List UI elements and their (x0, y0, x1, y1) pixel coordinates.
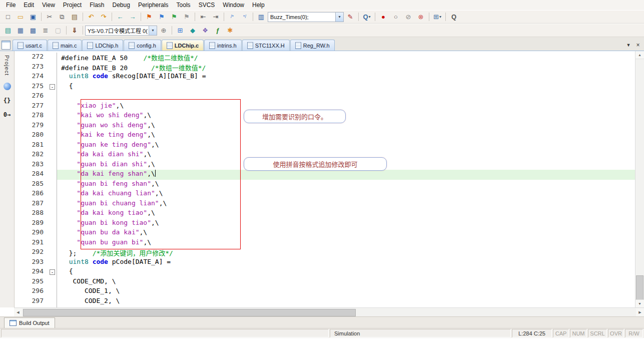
search-text-combo[interactable]: Buzz_Times(0);▾ (268, 12, 344, 22)
uncomment-button[interactable]: */ (239, 12, 251, 22)
find-magnifier-button[interactable]: Q▾ (361, 12, 373, 22)
code-text[interactable] (57, 92, 635, 102)
code-text[interactable]: "kai ke ting deng",\ (57, 131, 635, 141)
editor-panel-icon[interactable] (2, 41, 11, 50)
menu-svcs[interactable]: SVCS (195, 1, 219, 10)
horizontal-scrollbar[interactable]: ◀ ▶ (14, 307, 644, 316)
code-line-291[interactable]: 291 "quan bu guan bi",\ (15, 238, 635, 248)
project-pane-label[interactable]: Project (4, 55, 10, 76)
code-text[interactable]: { (57, 82, 635, 92)
new-file-button[interactable]: □ (2, 12, 14, 22)
bookmark-clear-button[interactable]: ⚑ (181, 12, 193, 22)
code-line-272[interactable]: 272#define DATE_A 50 /*数组二维数值*/ (15, 53, 635, 63)
code-text[interactable]: "xiao jie",\ (57, 102, 635, 112)
menu-help[interactable]: Help (248, 1, 269, 10)
menu-file[interactable]: File (2, 1, 20, 10)
scroll-down-icon[interactable]: ▼ (635, 299, 644, 307)
code-text[interactable]: uint8 code pCode[DATE_A] = (57, 258, 635, 268)
code-line-285[interactable]: 285 "guan bi feng shan",\ (15, 180, 635, 190)
code-line-293[interactable]: 293 uint8 code pCode[DATE_A] = (15, 258, 635, 268)
build-output-tab[interactable]: Build Output (4, 317, 55, 328)
menu-debug[interactable]: Debug (109, 1, 134, 10)
tab-LDChip.c[interactable]: LDChip.c (162, 40, 204, 51)
code-text[interactable]: CODE_CMD, \ (57, 277, 635, 287)
scroll-right-icon[interactable]: ▶ (636, 308, 644, 316)
menu-window[interactable]: Window (219, 1, 248, 10)
book-button[interactable]: ▥ (255, 12, 267, 22)
bp-kill-button[interactable]: ⊗ (415, 12, 427, 22)
bookmark-toggle-button[interactable]: ⚑ (143, 12, 155, 22)
paste-button[interactable]: ▤ (69, 12, 81, 22)
build-button[interactable]: ▦ (15, 26, 27, 36)
code-text[interactable]: "guan bi feng shan",\ (57, 180, 635, 190)
horizontal-scroll-track[interactable] (22, 308, 636, 316)
fold-collapse-icon[interactable]: - (50, 84, 55, 90)
target-options-button[interactable]: ⊕ (158, 26, 170, 36)
code-editor[interactable]: 272#define DATE_A 50 /*数组二维数值*/273#defin… (15, 51, 644, 307)
rebuild-button[interactable]: ▩ (27, 26, 39, 36)
tab-Reg_RW.h[interactable]: Reg_RW.h (290, 40, 335, 51)
code-text[interactable]: "guan wo shi deng",\ (57, 121, 635, 131)
registers-pane-icon[interactable]: 0→ (4, 111, 11, 118)
code-line-290[interactable]: 290 "quan bu da kai",\ (15, 228, 635, 238)
templates-pane-icon[interactable]: {} (4, 97, 11, 104)
functions-window-button[interactable]: ƒ (212, 26, 224, 36)
code-text[interactable]: CODE_1, \ (57, 287, 635, 297)
code-line-284[interactable]: 284 "da kai feng shan",\ (15, 170, 635, 180)
code-line-276[interactable]: 276 (15, 92, 635, 102)
dropdown-arrow-icon[interactable]: ▾ (439, 15, 441, 19)
code-line-281[interactable]: 281 "guan ke ting deng",\ (15, 141, 635, 151)
code-text[interactable]: "da kai kong tiao",\ (57, 209, 635, 219)
code-line-275[interactable]: 275- { (15, 82, 635, 92)
code-line-295[interactable]: 295 CODE_CMD, \ (15, 277, 635, 287)
manage-components-button[interactable]: ⊞ (174, 26, 186, 36)
tab-STC11XX.H[interactable]: STC11XX.H (242, 40, 290, 51)
code-text[interactable]: CODE_3, \ (57, 306, 635, 307)
tab-usart.c[interactable]: usart.c (13, 40, 47, 51)
bookmark-prev-button[interactable]: ⚑ (156, 12, 168, 22)
outdent-button[interactable]: ⇤ (197, 12, 209, 22)
code-line-297[interactable]: 297 CODE_2, \ (15, 297, 635, 307)
code-text[interactable]: { (57, 267, 635, 277)
tab-main.c[interactable]: main.c (48, 40, 82, 51)
menu-view[interactable]: View (38, 1, 59, 10)
fold-collapse-icon[interactable]: - (50, 269, 55, 275)
code-line-296[interactable]: 296 CODE_1, \ (15, 287, 635, 297)
batch-build-button[interactable]: ≣ (40, 26, 52, 36)
flash-download-button[interactable]: ⇓ (69, 26, 81, 36)
tab-list-dropdown-icon[interactable]: ▼ (624, 41, 632, 49)
code-line-274[interactable]: 274 uint8 code sRecog[DATE_A][DATE_B] = (15, 72, 635, 82)
comment-button[interactable]: /* (226, 12, 238, 22)
code-text[interactable]: }; /*添加关键词，用户修改*/ (57, 248, 635, 258)
file-extensions-button[interactable]: ◆ (187, 26, 199, 36)
horizontal-scroll-thumb[interactable] (23, 309, 356, 316)
menu-tools[interactable]: Tools (173, 1, 195, 10)
annotate-button[interactable]: ✎ (344, 12, 356, 22)
scroll-left-icon[interactable]: ◀ (14, 308, 22, 316)
code-line-292[interactable]: 292 }; /*添加关键词，用户修改*/ (15, 248, 635, 258)
code-text[interactable]: "kai wo shi deng",\ (57, 111, 635, 121)
pack-installer-button[interactable]: ✱ (224, 26, 236, 36)
combobox-dropdown-icon[interactable]: ▾ (335, 13, 343, 22)
close-document-icon[interactable]: × (634, 41, 642, 49)
code-text[interactable]: #define DATE_B 20 /*数组一维数值*/ (57, 63, 635, 73)
bp-disable-button[interactable]: ⊘ (402, 12, 414, 22)
code-text[interactable]: "quan bu guan bi",\ (57, 238, 635, 248)
code-text[interactable]: "quan bu da kai",\ (57, 228, 635, 238)
translate-button[interactable]: ▤ (2, 26, 14, 36)
menu-project[interactable]: Project (59, 1, 86, 10)
code-line-298[interactable]: 298 CODE_3, \ (15, 306, 635, 307)
tab-config.h[interactable]: config.h (124, 40, 161, 51)
code-line-294[interactable]: 294- { (15, 267, 635, 277)
window-select-button[interactable]: ⊞▾ (431, 12, 443, 22)
dropdown-arrow-icon[interactable]: ▾ (369, 15, 371, 19)
help-search-button[interactable]: Q (448, 12, 460, 22)
code-text[interactable]: CODE_2, \ (57, 297, 635, 307)
combobox-dropdown-icon[interactable]: ▾ (149, 26, 157, 35)
code-text[interactable]: "guan bi chuang lian",\ (57, 199, 635, 209)
code-text[interactable]: uint8 code sRecog[DATE_A][DATE_B] = (57, 72, 635, 82)
menu-peripherals[interactable]: Peripherals (134, 1, 173, 10)
open-file-button[interactable]: ▭ (15, 12, 27, 22)
code-line-286[interactable]: 286 "da kai chuang lian",\ (15, 189, 635, 199)
code-text[interactable]: "da kai feng shan",\ (57, 170, 635, 180)
